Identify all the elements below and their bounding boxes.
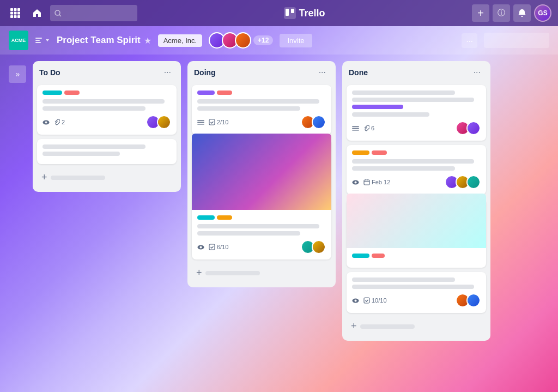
add-card-todo[interactable]: +	[37, 168, 177, 186]
board-name: Project Team Spirit	[57, 35, 141, 46]
card-done-2[interactable]: Feb 12	[347, 145, 486, 195]
card-checklist: 10/10	[363, 297, 387, 304]
grid-menu-icon[interactable]	[7, 4, 24, 22]
list-done: Done ··· 6	[342, 61, 490, 341]
card-done-3[interactable]	[347, 199, 486, 268]
card-todo-2[interactable]	[37, 139, 177, 164]
card-avatars	[456, 121, 481, 135]
card-text-2	[352, 166, 455, 171]
card-done-4[interactable]: 10/10	[347, 272, 486, 313]
add-card-bar	[51, 176, 105, 180]
board-area: » To Do ···	[0, 55, 558, 392]
list-doing: Doing ···	[187, 61, 336, 287]
svg-rect-26	[352, 126, 359, 127]
sidebar-toggle[interactable]: »	[9, 65, 26, 83]
label-red	[372, 254, 385, 258]
home-icon[interactable]	[28, 4, 46, 22]
board-more-button[interactable]: ···	[462, 33, 477, 48]
card-avatar-2	[157, 115, 171, 129]
card-avatar-2	[466, 121, 481, 135]
app-title: Trello	[142, 7, 468, 19]
card-clips: 2	[54, 119, 65, 125]
svg-rect-34	[364, 298, 369, 303]
board-visibility-btn[interactable]	[35, 37, 50, 44]
list-done-menu[interactable]: ···	[470, 67, 484, 79]
svg-rect-5	[17, 12, 20, 15]
board-star-icon[interactable]: ★	[144, 35, 151, 46]
svg-point-30	[355, 181, 357, 183]
member-count-badge[interactable]: +12	[253, 35, 273, 45]
card-avatars	[456, 293, 481, 307]
card-meta: 2	[43, 119, 65, 126]
list-todo-header: To Do ···	[37, 67, 177, 81]
card-checklist: 6/10	[209, 244, 228, 250]
svg-rect-12	[286, 9, 289, 16]
card-todo-1[interactable]: 2	[37, 85, 177, 135]
board-name-area: Project Team Spirit ★	[57, 35, 151, 46]
add-button[interactable]: +	[472, 4, 489, 22]
svg-rect-0	[10, 8, 13, 11]
svg-rect-31	[364, 180, 369, 185]
member-avatar-3[interactable]	[235, 32, 251, 49]
card-eye	[352, 179, 359, 186]
board-header: ACME Project Team Spirit ★ Acme, Inc.	[0, 26, 558, 55]
card-avatars	[146, 115, 171, 129]
card-footer: 2/10	[197, 115, 326, 129]
list-doing-header: Doing ···	[192, 67, 331, 81]
card-purple-label	[352, 105, 403, 109]
search-bar[interactable]	[50, 5, 137, 21]
info-button[interactable]: ⓘ	[493, 4, 510, 22]
notifications-button[interactable]	[513, 4, 531, 22]
add-card-doing[interactable]: +	[192, 264, 331, 282]
list-done-title: Done	[349, 68, 368, 77]
card-labels	[43, 91, 171, 95]
team-button[interactable]: Acme, Inc.	[158, 34, 202, 47]
card-footer: 2	[43, 115, 171, 129]
add-card-bar	[205, 271, 260, 275]
list-todo-menu[interactable]: ···	[161, 67, 174, 79]
add-card-bar	[360, 324, 415, 329]
card-doing-2[interactable]: 6/10	[192, 139, 331, 260]
add-card-done[interactable]: +	[347, 317, 486, 335]
svg-rect-2	[17, 8, 20, 11]
label-teal	[43, 91, 62, 95]
card-done-1[interactable]: 6	[347, 85, 486, 141]
svg-rect-19	[197, 120, 204, 121]
card-text-1	[352, 278, 455, 282]
card-doing-1[interactable]: 2/10	[192, 85, 331, 135]
svg-point-33	[355, 299, 357, 301]
card-avatar-2	[466, 293, 481, 307]
top-nav: Trello + ⓘ GS	[0, 0, 558, 26]
card-eye	[43, 119, 50, 126]
card-cover	[192, 134, 331, 210]
svg-rect-1	[14, 8, 17, 11]
card-menu	[352, 125, 359, 132]
card-labels	[352, 254, 481, 258]
list-doing-menu[interactable]: ···	[316, 67, 329, 79]
card-avatars	[301, 240, 326, 254]
svg-rect-6	[10, 15, 13, 18]
card-text-1	[197, 224, 319, 228]
svg-rect-27	[352, 128, 359, 129]
list-done-header: Done ···	[347, 67, 486, 81]
card-menu	[197, 119, 204, 126]
svg-rect-4	[14, 12, 17, 15]
label-yellow	[217, 215, 232, 220]
card-text-2	[352, 285, 474, 289]
app-container: Trello + ⓘ GS ACME	[0, 0, 558, 392]
card-meta: 2/10	[197, 119, 228, 126]
card-labels	[197, 215, 326, 220]
card-labels	[352, 150, 481, 155]
svg-rect-15	[35, 40, 40, 41]
card-meta: 6	[352, 125, 374, 132]
label-purple	[197, 91, 215, 95]
user-avatar[interactable]: GS	[534, 4, 551, 22]
svg-rect-21	[197, 124, 204, 125]
svg-rect-20	[197, 122, 204, 123]
board-filter-bar[interactable]	[484, 33, 549, 48]
card-footer: Feb 12	[352, 175, 481, 189]
card-footer: 6	[352, 121, 481, 135]
list-todo: To Do ···	[33, 61, 181, 192]
invite-button[interactable]: Invite	[280, 34, 312, 47]
card-footer: 10/10	[352, 293, 481, 307]
